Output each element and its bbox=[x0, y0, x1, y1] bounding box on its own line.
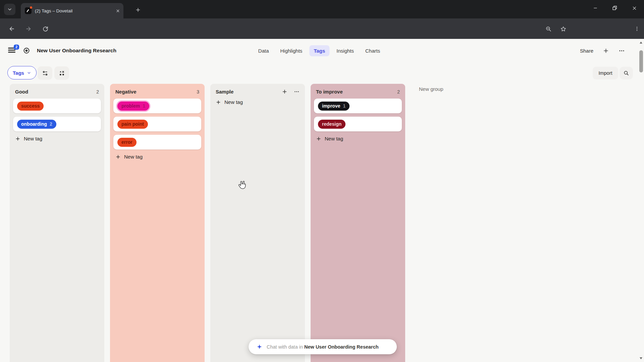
sliders-icon bbox=[42, 70, 48, 76]
add-icon[interactable] bbox=[603, 48, 609, 54]
close-window-button[interactable] bbox=[625, 0, 644, 16]
scrollbar-thumb[interactable] bbox=[639, 50, 643, 72]
tag-pill-onboarding[interactable]: onboarding2 bbox=[17, 120, 56, 129]
plus-icon bbox=[115, 154, 121, 160]
view-selector-button[interactable]: Tags bbox=[7, 66, 37, 79]
browser-tab[interactable]: (2) Tags – Dovetail bbox=[21, 3, 123, 18]
tab-charts[interactable]: Charts bbox=[361, 45, 384, 56]
browser-chrome: (2) Tags – Dovetail moodjoy-team-2h2v.do… bbox=[0, 0, 644, 39]
new-tag-label: New tag bbox=[124, 154, 143, 160]
tag-pill-pain-point[interactable]: pain point bbox=[117, 120, 148, 129]
new-tag-button[interactable]: New tag bbox=[216, 99, 305, 105]
window-controls bbox=[586, 0, 644, 16]
tag-pill-success[interactable]: success bbox=[17, 102, 44, 111]
zoom-icon[interactable] bbox=[544, 24, 553, 33]
dovetail-favicon-icon bbox=[25, 7, 32, 14]
group-count: 2 bbox=[96, 89, 99, 95]
sidebar-menu-icon[interactable]: 2 bbox=[8, 48, 16, 54]
view-selector-label: Tags bbox=[13, 70, 24, 76]
new-tag-button[interactable]: New tag bbox=[15, 136, 104, 141]
new-tag-button[interactable]: New tag bbox=[115, 154, 205, 160]
tag-card[interactable]: problem1 bbox=[113, 99, 201, 113]
tag-card[interactable]: success bbox=[13, 99, 101, 113]
sparkle-icon bbox=[257, 344, 262, 350]
board-toolbar: Tags Import bbox=[0, 62, 638, 83]
tab-data[interactable]: Data bbox=[254, 45, 273, 56]
tag-label: success bbox=[21, 103, 40, 109]
tag-group-good: Good 2 success onboarding2 New tag bbox=[10, 84, 104, 362]
browser-menu-icon[interactable] bbox=[633, 24, 641, 33]
import-button[interactable]: Import bbox=[593, 67, 618, 79]
tag-pill-problem[interactable]: problem1 bbox=[117, 102, 149, 111]
tag-pill-improve[interactable]: improve1 bbox=[318, 102, 350, 111]
main-nav: Data Highlights Tags Insights Charts bbox=[254, 39, 384, 62]
chat-prefix: Chat with data in bbox=[267, 344, 303, 350]
plus-icon bbox=[135, 7, 141, 13]
customize-fields-button[interactable] bbox=[38, 66, 52, 80]
tag-card[interactable]: onboarding2 bbox=[13, 117, 101, 131]
new-tag-label: New tag bbox=[325, 136, 343, 141]
tag-card[interactable]: pain point bbox=[113, 117, 201, 131]
new-tab-button[interactable] bbox=[133, 5, 142, 14]
new-group-button[interactable]: New group bbox=[419, 86, 443, 92]
tag-label: improve bbox=[322, 103, 340, 109]
group-name[interactable]: Good bbox=[15, 89, 28, 95]
project-icon[interactable] bbox=[23, 47, 30, 54]
search-button[interactable] bbox=[620, 67, 633, 79]
tag-card[interactable]: error bbox=[113, 135, 201, 149]
tab-strip: (2) Tags – Dovetail bbox=[0, 0, 644, 18]
tag-label: pain point bbox=[121, 121, 144, 127]
tag-count: 1 bbox=[343, 103, 345, 109]
group-count: 3 bbox=[197, 89, 199, 95]
share-button[interactable]: Share bbox=[580, 48, 593, 54]
bookmark-star-icon[interactable] bbox=[559, 24, 568, 33]
search-icon bbox=[623, 70, 629, 76]
forward-icon[interactable] bbox=[24, 24, 33, 33]
tag-card-list: problem1 pain point error bbox=[110, 99, 205, 149]
new-tag-button[interactable]: New tag bbox=[316, 136, 405, 141]
shapes-icon bbox=[59, 70, 65, 76]
tab-highlights[interactable]: Highlights bbox=[276, 45, 307, 56]
tag-card[interactable]: improve1 bbox=[314, 99, 402, 113]
tag-label: error bbox=[121, 139, 132, 145]
scroll-up-arrow-icon[interactable] bbox=[640, 42, 642, 44]
scrollbar bbox=[638, 39, 644, 362]
back-icon[interactable] bbox=[7, 24, 16, 33]
tag-pill-redesign[interactable]: redesign bbox=[318, 120, 345, 129]
tag-card-list: improve1 redesign bbox=[311, 99, 405, 131]
group-name[interactable]: Sample bbox=[216, 89, 233, 95]
tab-tags[interactable]: Tags bbox=[309, 45, 329, 56]
tab-insights[interactable]: Insights bbox=[332, 45, 358, 56]
page-title: New User Onboarding Research bbox=[37, 48, 116, 54]
group-menu-icon[interactable] bbox=[294, 89, 300, 95]
notification-badge: 2 bbox=[14, 45, 19, 50]
tag-group-to-improve: To improve 2 improve1 redesign New tag bbox=[311, 84, 405, 362]
new-tag-label: New tag bbox=[224, 99, 243, 105]
chevron-down-icon bbox=[7, 7, 12, 12]
chevron-down-icon bbox=[27, 71, 31, 75]
plus-icon bbox=[216, 100, 221, 105]
group-name[interactable]: Negative bbox=[115, 89, 137, 95]
group-name[interactable]: To improve bbox=[316, 89, 343, 95]
manage-tags-button[interactable] bbox=[54, 66, 69, 80]
tab-close-icon[interactable] bbox=[116, 9, 120, 13]
group-header: Good 2 bbox=[10, 84, 104, 99]
tag-label: problem bbox=[121, 103, 140, 109]
group-header: Negative 3 bbox=[110, 84, 205, 99]
chat-with-data-bar[interactable]: Chat with data in New User Onboarding Re… bbox=[249, 339, 397, 354]
tag-count: 2 bbox=[50, 121, 52, 127]
reload-icon[interactable] bbox=[41, 24, 50, 33]
tag-card[interactable]: redesign bbox=[314, 117, 402, 131]
restore-button[interactable] bbox=[605, 0, 625, 16]
add-tag-icon[interactable] bbox=[282, 89, 287, 95]
chat-bar-text: Chat with data in New User Onboarding Re… bbox=[267, 344, 379, 350]
tab-search-button[interactable] bbox=[4, 4, 15, 15]
minimize-button[interactable] bbox=[586, 0, 605, 16]
plus-icon bbox=[316, 136, 321, 141]
tab-title: (2) Tags – Dovetail bbox=[35, 8, 112, 13]
tag-pill-error[interactable]: error bbox=[117, 138, 137, 147]
scroll-down-arrow-icon[interactable] bbox=[640, 357, 642, 359]
more-options-icon[interactable] bbox=[619, 48, 625, 54]
url-toolbar: moodjoy-team-2h2v.dovetail.com/projects/… bbox=[0, 18, 644, 39]
new-tag-label: New tag bbox=[24, 136, 42, 141]
